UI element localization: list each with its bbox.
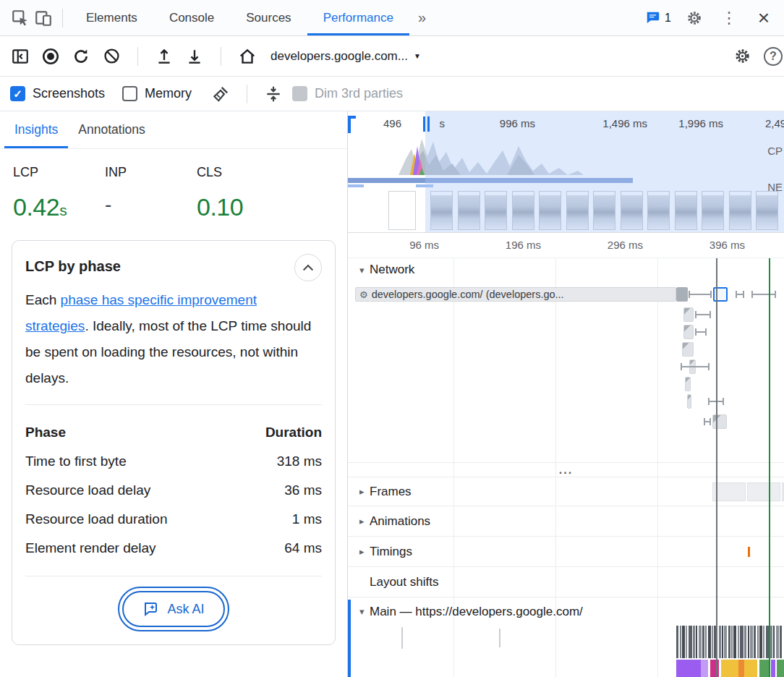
timing-marker[interactable]: [748, 547, 750, 557]
filmstrip-thumbnail[interactable]: [756, 191, 778, 230]
flame-task-segment[interactable]: [676, 660, 701, 677]
flame-activity-bar[interactable]: [773, 626, 775, 658]
help-button[interactable]: ?: [764, 47, 783, 66]
network-request-bar[interactable]: [685, 377, 691, 391]
network-overflow-indicator[interactable]: ...: [348, 462, 784, 477]
tab-sources[interactable]: Sources: [230, 0, 307, 35]
flame-activity-bar[interactable]: [686, 626, 687, 658]
flame-activity-bar[interactable]: [682, 626, 685, 658]
flame-task-segment[interactable]: [744, 660, 757, 677]
collect-garbage-button[interactable]: [209, 82, 232, 106]
flame-activity-bar[interactable]: [693, 626, 695, 658]
overview-left-handle[interactable]: [348, 116, 356, 133]
record-and-reload-button[interactable]: [69, 45, 93, 68]
dim-third-parties-checkbox[interactable]: [292, 86, 307, 101]
overview-right-handle[interactable]: [423, 116, 425, 132]
flame-activity-bar[interactable]: [770, 626, 772, 658]
clear-button[interactable]: [100, 45, 123, 68]
flame-activity-bar[interactable]: [702, 626, 704, 658]
flame-activity-bar[interactable]: [699, 626, 702, 658]
overview-right-handle[interactable]: [427, 116, 430, 132]
collapse-tracks-button[interactable]: [262, 82, 285, 106]
filmstrip-thumbnail[interactable]: [702, 191, 724, 230]
tab-insights[interactable]: Insights: [4, 111, 68, 148]
flame-activity-bar[interactable]: [696, 626, 697, 658]
load-profile-button[interactable]: [153, 45, 176, 68]
more-tabs-button[interactable]: »: [409, 0, 435, 35]
filmstrip-thumbnail[interactable]: [621, 191, 643, 230]
flame-activity-bar[interactable]: [738, 626, 739, 658]
filmstrip-thumbnail[interactable]: [566, 191, 589, 230]
filmstrip-thumbnail[interactable]: [512, 191, 534, 230]
filmstrip-thumbnail[interactable]: [593, 191, 615, 230]
filmstrip-thumbnail[interactable]: [458, 191, 480, 230]
ask-ai-button[interactable]: Ask AI: [122, 591, 224, 627]
timeline-overview[interactable]: 496 s 996 ms 1,496 ms 1,996 ms 2,49 CP N…: [348, 111, 784, 232]
tab-console[interactable]: Console: [153, 0, 230, 35]
home-button[interactable]: [236, 45, 259, 68]
network-track-header[interactable]: ▾ Network: [348, 258, 784, 281]
flame-activity-bar[interactable]: [759, 626, 762, 658]
filmstrip-thumbnail[interactable]: [430, 191, 453, 230]
flame-activity-bar[interactable]: [754, 626, 756, 658]
capture-settings-button[interactable]: [730, 45, 754, 68]
flame-activity-bar[interactable]: [722, 626, 723, 658]
flame-activity-bar[interactable]: [748, 626, 749, 658]
flame-task-segment[interactable]: [701, 660, 708, 677]
tab-annotations[interactable]: Annotations: [68, 111, 155, 148]
frame-item[interactable]: [747, 482, 780, 501]
network-request-bar[interactable]: [683, 307, 694, 322]
metric-inp[interactable]: INP -: [105, 165, 197, 221]
flame-activity-bar[interactable]: [712, 626, 713, 658]
filmstrip-thumbnail[interactable]: [539, 191, 561, 230]
flame-task-segment[interactable]: [738, 660, 744, 677]
layout-shifts-track-header[interactable]: Layout shifts: [348, 566, 784, 597]
console-messages-button[interactable]: 1: [645, 10, 671, 26]
flame-activity-bar[interactable]: [780, 626, 782, 658]
flame-activity-bar[interactable]: [680, 626, 681, 658]
device-toolbar-button[interactable]: [32, 7, 55, 30]
metric-lcp[interactable]: LCP 0.42s: [13, 165, 105, 221]
flame-activity-bar[interactable]: [719, 626, 721, 658]
metric-cls[interactable]: CLS 0.10: [197, 165, 289, 221]
settings-button[interactable]: [683, 7, 706, 30]
main-track-header[interactable]: ▾ Main — https://developers.google.com/: [348, 597, 784, 626]
network-timing-whisker[interactable]: [689, 291, 712, 298]
flame-activity-bar[interactable]: [750, 626, 753, 658]
close-devtools-button[interactable]: ×: [752, 7, 775, 30]
network-timing-whisker[interactable]: [681, 363, 710, 370]
animations-track-header[interactable]: ▸ Animations: [348, 506, 784, 536]
toggle-sidebar-button[interactable]: [9, 45, 32, 68]
flame-activity-bar[interactable]: [744, 626, 746, 658]
filmstrip-thumbnail[interactable]: [675, 191, 697, 230]
network-request-bar[interactable]: [712, 414, 727, 429]
filmstrip-thumbnail[interactable]: [729, 191, 751, 230]
flame-activity-bar[interactable]: [689, 626, 692, 658]
flame-activity-bar[interactable]: [776, 626, 779, 658]
record-button[interactable]: [39, 45, 62, 68]
flame-activity-bar[interactable]: [728, 626, 730, 658]
network-request-bar[interactable]: ⚙ developers.google.com/ (developers.go.…: [355, 287, 676, 302]
flame-activity-bar[interactable]: [708, 626, 711, 658]
save-profile-button[interactable]: [183, 45, 206, 68]
memory-checkbox[interactable]: [122, 86, 137, 101]
flame-activity-bar[interactable]: [705, 626, 707, 658]
network-timing-whisker[interactable]: [751, 291, 776, 298]
filmstrip-thumbnail[interactable]: [647, 191, 670, 230]
collapse-card-button[interactable]: [294, 254, 322, 281]
network-timing-whisker[interactable]: [704, 418, 711, 425]
network-request-cap[interactable]: [676, 287, 688, 302]
flame-task-segment[interactable]: [759, 660, 770, 677]
flame-activity-bar[interactable]: [676, 626, 678, 658]
frames-track-header[interactable]: ▸ Frames: [348, 477, 784, 506]
selected-network-request[interactable]: [713, 287, 728, 302]
filmstrip-thumbnail[interactable]: [388, 191, 416, 230]
menu-button[interactable]: ⋮: [717, 7, 741, 30]
flame-activity-bar[interactable]: [724, 626, 727, 658]
main-flame-chart[interactable]: [348, 626, 784, 677]
network-timing-whisker[interactable]: [695, 328, 707, 336]
network-request-bar[interactable]: [682, 342, 694, 357]
flame-activity-bar[interactable]: [740, 626, 743, 658]
flame-task-segment[interactable]: [777, 660, 784, 677]
tab-performance[interactable]: Performance: [307, 0, 409, 35]
